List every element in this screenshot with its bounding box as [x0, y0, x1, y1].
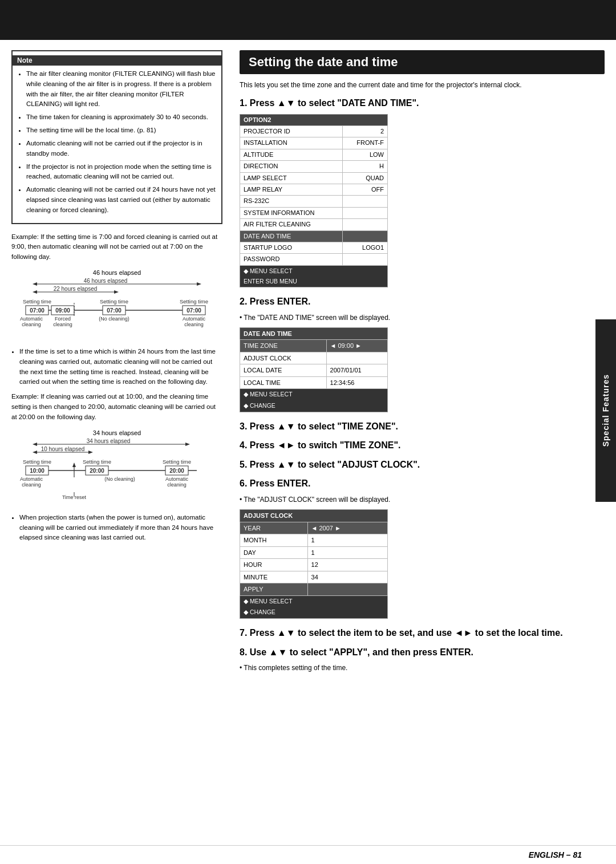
menu-row-label: INSTALLATION	[240, 137, 343, 149]
svg-text:Forced: Forced	[55, 316, 71, 322]
side-tab-label: Special Features	[601, 374, 610, 447]
option2-menu: OPTION2 PROJECTOR ID2 INSTALLATIONFRONT-…	[240, 114, 388, 287]
svg-marker-2	[197, 282, 201, 286]
ac-row-label: YEAR	[240, 522, 308, 534]
svg-marker-33	[33, 451, 37, 454]
ac-row-label: HOUR	[240, 559, 308, 571]
svg-text:Automatic: Automatic	[20, 476, 43, 482]
menu-row-label: PROJECTOR ID	[240, 125, 343, 137]
ac-row-label: APPLY	[240, 583, 308, 596]
dat-screen: DATE AND TIME TIME ZONE◄ 09:00 ► ADJUST …	[240, 327, 388, 412]
ac-row-label: MINUTE	[240, 571, 308, 583]
svg-text:cleaning: cleaning	[22, 322, 41, 327]
dat-row-label: TIME ZONE	[240, 340, 327, 352]
ac-footer1: ◆ MENU SELECT	[240, 595, 388, 607]
dat-row-label: ADJUST CLOCK	[240, 352, 327, 364]
svg-marker-6	[114, 290, 119, 294]
page-footer: ENGLISH – 81	[0, 845, 616, 864]
menu-row-label: DIRECTION	[240, 161, 343, 172]
svg-text:22 hours elapsed: 22 hours elapsed	[54, 286, 98, 292]
menu-row-value: LOGO1	[342, 242, 387, 253]
dat-row-label: LOCAL DATE	[240, 364, 327, 377]
svg-text:cleaning: cleaning	[167, 482, 187, 488]
menu-header: OPTION2	[240, 114, 388, 125]
svg-text:Setting time: Setting time	[163, 459, 191, 465]
svg-text:Automatic: Automatic	[20, 316, 43, 322]
dat-row-value: ◄ 09:00 ►	[326, 340, 387, 352]
left-column: Note The air filter cleaning monitor (FI…	[11, 50, 222, 678]
menu-row-label: LAMP RELAY	[240, 184, 343, 195]
svg-marker-30	[185, 443, 190, 446]
note-item: If the projector is not in projection mo…	[26, 162, 216, 182]
diagram2-title: 34 hours elapsed	[11, 429, 222, 436]
example-text-2: Example: If cleaning was carried out at …	[11, 392, 222, 422]
step1-heading: 1. Press ▲▼ to select "DATE AND TIME".	[240, 97, 605, 109]
step3-heading: 3. Press ▲▼ to select "TIME ZONE".	[240, 420, 605, 433]
step-6: 6. Press ENTER. • The "ADJUST CLOCK" scr…	[240, 477, 605, 619]
diagram2-svg: 34 hours elapsed 10 hours elapsed 10:00	[20, 437, 214, 506]
svg-marker-1	[33, 282, 37, 286]
menu-footer1: ◆ MENU SELECT	[240, 265, 388, 276]
svg-text:46 hours elapsed: 46 hours elapsed	[84, 278, 128, 284]
svg-text:Setting time: Setting time	[100, 298, 128, 305]
svg-marker-40	[72, 463, 76, 467]
top-bar	[0, 0, 616, 40]
menu-row-value: H	[342, 161, 387, 172]
svg-text:20:00: 20:00	[169, 468, 184, 474]
svg-marker-29	[33, 443, 37, 446]
dat-row-value: 12:34:56	[326, 376, 387, 389]
ac-row-value: 12	[307, 559, 387, 571]
note-item: The time taken for cleaning is approxima…	[26, 112, 216, 123]
dat-row-value: 2007/01/01	[326, 364, 387, 377]
step5-heading: 5. Press ▲▼ to select "ADJUST CLOCK".	[240, 459, 605, 471]
bullet-item: If the time is set to a time which is wi…	[19, 347, 222, 387]
svg-text:10:00: 10:00	[30, 468, 44, 474]
step6-body: • The "ADJUST CLOCK" screen will be disp…	[240, 494, 605, 505]
svg-marker-34	[88, 451, 93, 454]
footer-text: ENGLISH – 81	[529, 850, 582, 859]
ac-row-value: 1	[307, 534, 387, 547]
note-box: Note The air filter cleaning monitor (FI…	[11, 50, 222, 224]
ac-row-value: 1	[307, 546, 387, 559]
menu-row-label: PASSWORD	[240, 254, 343, 265]
ac-screen: ADJUST CLOCK YEAR◄ 2007 ► MONTH1 DAY1 HO…	[240, 509, 388, 619]
menu-row-label: STARTUP LOGO	[240, 242, 343, 253]
step8-heading: 8. Use ▲▼ to select "APPLY", and then pr…	[240, 646, 605, 659]
svg-text:Setting time: Setting time	[23, 298, 51, 305]
diagram1-svg: 46 hours elapsed 22 hours elapsed 07:00 …	[20, 277, 214, 340]
menu-row-value: QUAD	[342, 172, 387, 184]
bullet-list-2: If the time is set to a time which is wi…	[11, 347, 222, 387]
example-text-1: Example: If the setting time is 7:00 and…	[11, 232, 222, 262]
note-item: Automatic cleaning will not be carried o…	[26, 139, 216, 159]
svg-text:10 hours elapsed: 10 hours elapsed	[41, 446, 85, 452]
ac-row-value: 34	[307, 571, 387, 583]
right-column: Setting the date and time This lets you …	[234, 50, 605, 678]
svg-text:07:00: 07:00	[187, 307, 201, 314]
note-title: Note	[13, 55, 221, 66]
ac-row-value: ◄ 2007 ►	[307, 522, 387, 534]
page-title: Setting the date and time	[240, 50, 605, 74]
svg-text:(No cleaning): (No cleaning)	[99, 316, 129, 322]
menu-row-value: 2	[342, 125, 387, 137]
step-1: 1. Press ▲▼ to select "DATE AND TIME". O…	[240, 97, 605, 287]
svg-text:07:00: 07:00	[107, 307, 121, 314]
menu-footer2: ENTER SUB MENU	[240, 276, 388, 287]
dat-footer2: ◆ CHANGE	[240, 400, 388, 412]
menu-row-label: LAMP SELECT	[240, 172, 343, 184]
step6-heading: 6. Press ENTER.	[240, 477, 605, 490]
diagram-2: 34 hours elapsed 34 hours elapsed 10 hou…	[11, 429, 222, 506]
svg-text:09:00: 09:00	[55, 307, 70, 314]
svg-text:07:00: 07:00	[30, 307, 44, 314]
svg-text:Setting time: Setting time	[83, 459, 111, 465]
svg-text:Automatic: Automatic	[183, 316, 206, 322]
note-item: The air filter cleaning monitor (FILTER …	[26, 69, 216, 109]
ac-footer2: ◆ CHANGE	[240, 607, 388, 618]
dat-row-label: LOCAL TIME	[240, 376, 327, 389]
step2-heading: 2. Press ENTER.	[240, 295, 605, 308]
step4-heading: 4. Press ◄► to switch "TIME ZONE".	[240, 439, 605, 452]
svg-text:cleaning: cleaning	[184, 322, 204, 327]
bullet-list-3: When projection starts (when the power i…	[11, 513, 222, 543]
svg-text:34 hours elapsed: 34 hours elapsed	[87, 438, 131, 444]
menu-row-selected-label: DATE AND TIME	[240, 230, 343, 242]
step-2: 2. Press ENTER. • The "DATE AND TIME" sc…	[240, 295, 605, 412]
